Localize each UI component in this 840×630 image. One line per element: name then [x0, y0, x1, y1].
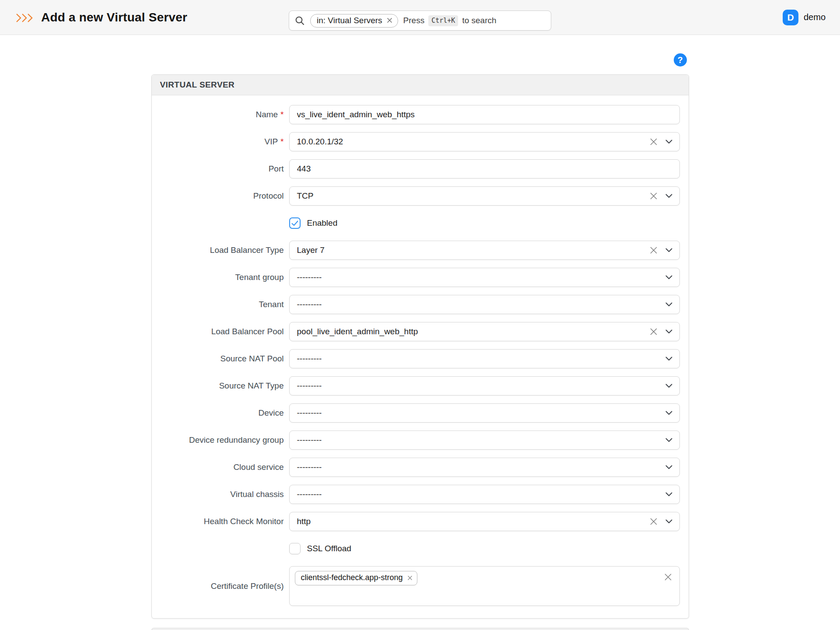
- virtual-chassis-label-text: Virtual chassis: [230, 490, 284, 499]
- load-balancer-pool-selected-value: pool_live_ident_admin_web_http: [297, 327, 418, 336]
- chevron-down-icon[interactable]: [665, 465, 672, 469]
- ssl-offload-checkbox[interactable]: [289, 543, 301, 554]
- chevron-down-icon[interactable]: [665, 519, 672, 524]
- tenant-group-label-text: Tenant group: [235, 273, 284, 282]
- health-check-monitor-select[interactable]: http: [289, 512, 680, 531]
- chevron-down-icon[interactable]: [665, 329, 672, 334]
- virtual-chassis-selected-value: ---------: [297, 490, 322, 499]
- device-redundancy-group-selected-value: ---------: [297, 435, 322, 445]
- clear-icon[interactable]: [664, 573, 672, 581]
- load-balancer-type-label-text: Load Balancer Type: [210, 245, 284, 255]
- protocol-select-icons: [650, 187, 672, 205]
- device-label: Device: [161, 408, 284, 418]
- chevron-down-icon[interactable]: [665, 302, 672, 307]
- source-nat-type-label-text: Source NAT Type: [219, 381, 284, 390]
- device-redundancy-group-select-icons: [665, 431, 672, 449]
- chip-remove-icon[interactable]: [407, 575, 413, 581]
- source-nat-type-select-icons: [665, 377, 672, 395]
- form-fields: Name*VIP*10.0.20.1/32PortProtocolTCPEnab…: [152, 95, 689, 618]
- chip-remove-icon[interactable]: [387, 18, 392, 23]
- device-select[interactable]: ---------: [289, 403, 680, 423]
- clear-icon[interactable]: [650, 246, 658, 254]
- name-control: [289, 105, 680, 124]
- tenant-control: ---------: [289, 295, 680, 314]
- clear-icon[interactable]: [650, 328, 658, 336]
- avatar[interactable]: D: [783, 10, 798, 25]
- health-check-monitor-label-text: Health Check Monitor: [204, 517, 284, 526]
- vip-label: VIP*: [161, 137, 284, 147]
- protocol-select[interactable]: TCP: [289, 186, 680, 206]
- field-row-load-balancer-type: Load Balancer TypeLayer 7: [161, 241, 680, 260]
- health-check-monitor-control: http: [289, 512, 680, 531]
- load-balancer-pool-label: Load Balancer Pool: [161, 327, 284, 336]
- search-hint-prefix: Press: [403, 16, 425, 25]
- search-icon: [295, 16, 305, 26]
- chevron-down-icon[interactable]: [665, 140, 672, 144]
- load-balancer-pool-control: pool_live_ident_admin_web_http: [289, 322, 680, 341]
- device-redundancy-group-select[interactable]: ---------: [289, 430, 680, 450]
- port-control: [289, 159, 680, 178]
- panel-title: VIRTUAL SERVER: [152, 75, 689, 95]
- virtual-chassis-label: Virtual chassis: [161, 490, 284, 499]
- virtual-server-panel: VIRTUAL SERVER Name*VIP*10.0.20.1/32Port…: [151, 74, 689, 619]
- enabled-checkbox[interactable]: [289, 217, 301, 229]
- check-icon: [291, 220, 298, 226]
- cloud-service-select[interactable]: ---------: [289, 458, 680, 477]
- required-marker: *: [280, 110, 284, 119]
- port-label-text: Port: [269, 164, 284, 173]
- health-check-monitor-selected-value: http: [297, 517, 311, 526]
- health-check-monitor-label: Health Check Monitor: [161, 517, 284, 526]
- certificate-profiles-control: clientssl-fedcheck.app-strong: [289, 566, 680, 606]
- load-balancer-type-select[interactable]: Layer 7: [289, 241, 680, 260]
- next-panel-header: [151, 628, 689, 630]
- tenant-select[interactable]: ---------: [289, 295, 680, 314]
- breadcrumb-chevrons-icon: [16, 13, 34, 23]
- load-balancer-pool-select-icons: [650, 322, 672, 341]
- virtual-chassis-select[interactable]: ---------: [289, 485, 680, 504]
- vip-select[interactable]: 10.0.20.1/32: [289, 132, 680, 151]
- chevron-down-icon[interactable]: [665, 194, 672, 198]
- tenant-selected-value: ---------: [297, 300, 322, 309]
- page-title: Add a new Virtual Server: [41, 10, 187, 24]
- chevron-down-icon[interactable]: [665, 411, 672, 415]
- load-balancer-type-select-icons: [650, 241, 672, 259]
- port-input[interactable]: [289, 159, 680, 178]
- source-nat-type-select[interactable]: ---------: [289, 376, 680, 396]
- required-marker: *: [280, 137, 284, 146]
- load-balancer-type-control: Layer 7: [289, 241, 680, 260]
- load-balancer-pool-select[interactable]: pool_live_ident_admin_web_http: [289, 322, 680, 341]
- help-icon[interactable]: ?: [674, 53, 687, 66]
- selected-chip: clientssl-fedcheck.app-strong: [295, 571, 417, 585]
- main-content: ? VIRTUAL SERVER Name*VIP*10.0.20.1/32Po…: [151, 74, 689, 630]
- load-balancer-type-label: Load Balancer Type: [161, 245, 284, 255]
- search-input[interactable]: in: Virtual Servers Press Ctrl+K to sear…: [289, 10, 551, 31]
- chevron-down-icon[interactable]: [665, 384, 672, 388]
- source-nat-pool-select[interactable]: ---------: [289, 349, 680, 368]
- vip-select-icons: [650, 133, 672, 151]
- enabled-label: Enabled: [307, 218, 338, 228]
- tenant-group-select-icons: [665, 268, 672, 287]
- search-filter-chip-label: in: Virtual Servers: [317, 16, 382, 25]
- source-nat-pool-label: Source NAT Pool: [161, 354, 284, 364]
- port-label: Port: [161, 164, 284, 174]
- chevron-down-icon[interactable]: [665, 248, 672, 252]
- clear-icon[interactable]: [650, 138, 658, 146]
- field-row-source-nat-pool: Source NAT Pool---------: [161, 349, 680, 368]
- field-row-device-redundancy-group: Device redundancy group---------: [161, 430, 680, 450]
- tenant-group-select[interactable]: ---------: [289, 268, 680, 287]
- source-nat-type-label: Source NAT Type: [161, 381, 284, 391]
- field-row-source-nat-type: Source NAT Type---------: [161, 376, 680, 396]
- tenant-group-control: ---------: [289, 268, 680, 287]
- user-menu[interactable]: D demo: [783, 10, 826, 25]
- name-label-text: Name: [256, 110, 278, 119]
- load-balancer-pool-label-text: Load Balancer Pool: [211, 327, 284, 336]
- certificate-profiles-multiselect[interactable]: clientssl-fedcheck.app-strong: [289, 566, 680, 606]
- chevron-down-icon[interactable]: [665, 438, 672, 442]
- name-input[interactable]: [289, 105, 680, 124]
- chevron-down-icon[interactable]: [665, 492, 672, 497]
- chevron-down-icon[interactable]: [665, 275, 672, 280]
- chevron-down-icon[interactable]: [665, 357, 672, 361]
- clear-icon[interactable]: [650, 192, 658, 200]
- clear-icon[interactable]: [650, 518, 658, 525]
- cloud-service-label-text: Cloud service: [233, 462, 284, 472]
